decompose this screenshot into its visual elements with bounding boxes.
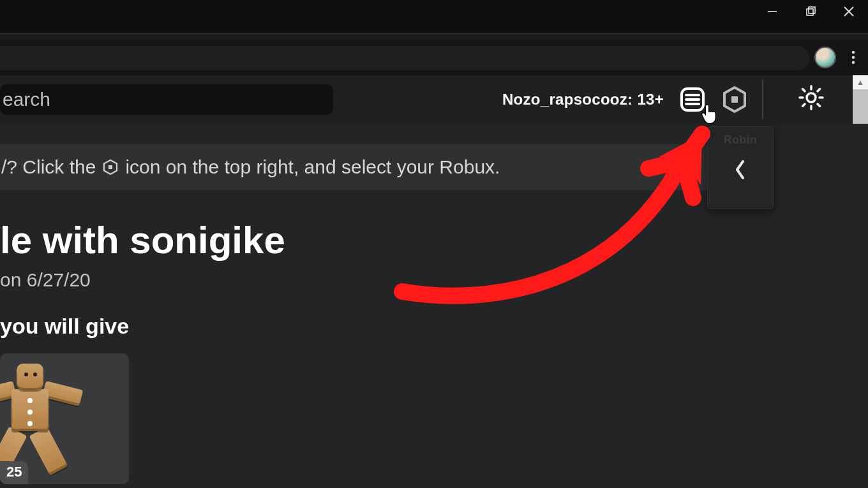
settings-button[interactable] bbox=[797, 83, 826, 112]
section-heading-you-give: you will give bbox=[0, 314, 129, 339]
browser-menu-icon[interactable] bbox=[845, 49, 862, 66]
robux-button[interactable] bbox=[720, 85, 749, 114]
svg-rect-14 bbox=[731, 96, 738, 103]
browser-toolbar bbox=[0, 40, 868, 75]
window-titlebar bbox=[0, 0, 868, 33]
close-icon bbox=[842, 5, 855, 18]
address-bar[interactable] bbox=[0, 46, 809, 70]
age-tag: 13+ bbox=[637, 91, 664, 108]
scroll-up-arrow-icon[interactable]: ▲ bbox=[853, 75, 868, 89]
svg-point-15 bbox=[807, 93, 816, 102]
window-close-button[interactable] bbox=[830, 0, 868, 23]
search-box[interactable] bbox=[0, 84, 333, 115]
svg-rect-2 bbox=[809, 7, 815, 13]
window-maximize-button[interactable] bbox=[791, 0, 830, 23]
svg-rect-17 bbox=[108, 165, 112, 169]
robux-dropdown-panel[interactable]: Robin bbox=[707, 126, 774, 209]
profile-avatar[interactable] bbox=[814, 47, 836, 68]
tip-text-part1: /? Click the bbox=[1, 156, 96, 178]
maximize-icon bbox=[805, 6, 816, 17]
navbar-right: Nozo_rapsocooz: 13+ bbox=[502, 75, 846, 124]
dropdown-option-robux[interactable]: Robin bbox=[724, 133, 758, 147]
app-navbar: Nozo_rapsocooz: 13+ bbox=[0, 75, 868, 124]
svg-point-7 bbox=[852, 56, 855, 59]
minimize-icon bbox=[767, 6, 778, 17]
page-subtitle: on 6/27/20 bbox=[0, 269, 91, 291]
svg-point-8 bbox=[852, 61, 855, 64]
titlebar-separator bbox=[0, 33, 868, 34]
svg-point-6 bbox=[852, 51, 855, 54]
tip-text-part2: icon on the top right, and select your R… bbox=[125, 156, 500, 178]
robux-icon bbox=[721, 85, 749, 114]
gear-icon bbox=[797, 84, 825, 112]
nav-divider bbox=[762, 80, 763, 119]
chevron-left-icon bbox=[734, 159, 747, 181]
page-content: /? Click the icon on the top right, and … bbox=[0, 124, 868, 488]
svg-rect-1 bbox=[807, 9, 813, 15]
page-title: le with sonigike bbox=[0, 218, 285, 262]
tip-banner: /? Click the icon on the top right, and … bbox=[0, 144, 707, 190]
window-minimize-button[interactable] bbox=[753, 0, 791, 23]
cursor-pointer-icon bbox=[700, 102, 721, 126]
offer-item-card[interactable]: 25 bbox=[0, 353, 129, 484]
robux-inline-icon bbox=[101, 158, 120, 177]
search-input[interactable] bbox=[3, 89, 333, 110]
username-text: Nozo_rapsocooz: bbox=[502, 91, 633, 108]
username-label: Nozo_rapsocooz: 13+ bbox=[502, 91, 664, 108]
dropdown-back-button[interactable] bbox=[731, 156, 750, 184]
item-price-badge: 25 bbox=[0, 461, 28, 484]
